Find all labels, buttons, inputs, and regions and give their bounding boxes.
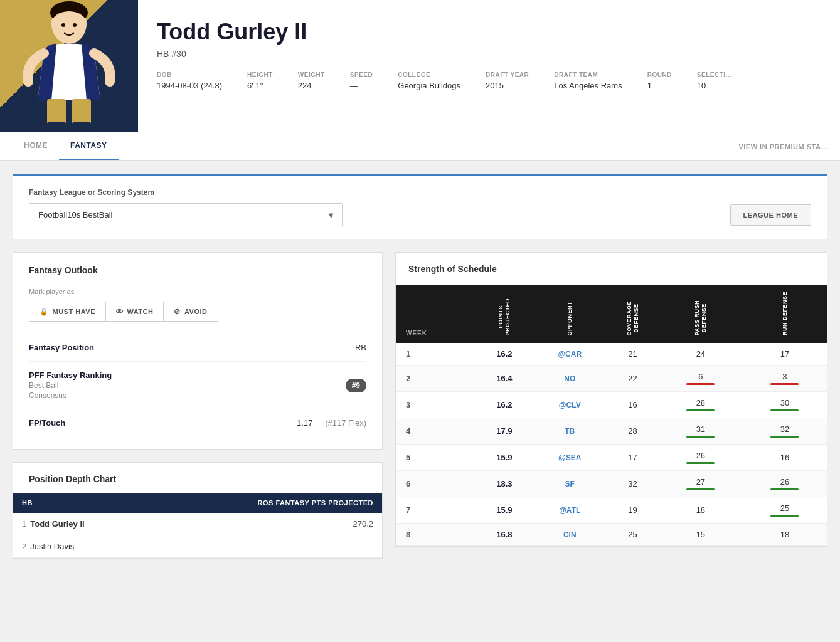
sos-run-defense: 16 [743, 445, 827, 471]
watch-button[interactable]: WATCH [105, 302, 164, 322]
meta-weight: WEIGHT 224 [298, 71, 325, 90]
must-have-button[interactable]: MUST HAVE [29, 302, 105, 322]
sos-run-defense: 17 [743, 343, 827, 366]
sos-run-defense: 30 [743, 392, 827, 418]
meta-dob: DOB 1994-08-03 (24.8) [157, 71, 222, 90]
svg-point-8 [73, 23, 77, 27]
nav-premium[interactable]: VIEW IN PREMIUM STA... [738, 143, 827, 150]
sos-col-opponent: OPPONENT [533, 285, 607, 343]
sos-opp: @CLV [533, 392, 607, 418]
sos-run-defense: 3 [743, 366, 827, 392]
block-icon [174, 307, 181, 316]
fantasy-position-label: Fantasy Position [29, 343, 94, 352]
sos-row: 515.9@SEA172616 [396, 445, 827, 471]
sos-row: 417.9TB283132 [396, 418, 827, 445]
sos-row: 715.9@ATL191825 [396, 497, 827, 524]
sos-week: 6 [396, 471, 476, 497]
fantasy-position-row: Fantasy Position RB [29, 334, 366, 362]
sos-pass-rush: 24 [659, 343, 743, 366]
sos-pts: 16.8 [476, 524, 533, 546]
depth-name: Justin Davis [30, 542, 74, 551]
sos-coverage: 21 [607, 343, 659, 366]
sos-opp: TB [533, 418, 607, 445]
league-select-wrapper: Football10s BestBall Standard PPR Half P… [29, 203, 343, 226]
league-select[interactable]: Football10s BestBall Standard PPR Half P… [29, 203, 343, 226]
mark-buttons: MUST HAVE WATCH AVOID [29, 302, 366, 322]
nav-tabs: HOME FANTASY [13, 132, 119, 160]
depth-row: 2Justin Davis [13, 535, 382, 558]
sos-pass-rush: 28 [659, 392, 743, 418]
green-bar [770, 436, 799, 438]
tab-fantasy[interactable]: FANTASY [59, 132, 119, 160]
sos-col-points: POINTSPROJECTED [476, 285, 533, 343]
selection-value: 10 [697, 81, 706, 90]
selection-label: SELECTI... [697, 71, 732, 78]
sos-week: 4 [396, 418, 476, 445]
sos-pass-rush: 27 [659, 471, 743, 497]
speed-label: SPEED [350, 71, 373, 78]
depth-col-position: HB [13, 493, 152, 513]
meta-round: ROUND 1 [647, 71, 672, 90]
sos-coverage: 17 [607, 445, 659, 471]
lock-icon [40, 308, 49, 316]
depth-table: HB ROS FANTASY PTS PROJECTED 1Todd Gurle… [13, 493, 382, 558]
sos-row: 618.3SF322726 [396, 471, 827, 497]
fp-touch-row: FP/Touch 1.17 (#117 Flex) [29, 409, 366, 436]
rank-with-bar: 6 [664, 372, 738, 385]
depth-chart-title: Position Depth Chart [29, 474, 366, 484]
depth-chart-card: Position Depth Chart HB ROS FANTASY PTS … [13, 462, 383, 559]
sos-col-pass-rush: PASS RUSHDEFENSE [659, 285, 743, 343]
main-content: Fantasy League or Scoring System Footbal… [0, 161, 840, 584]
sos-pts: 15.9 [476, 497, 533, 524]
sos-pass-rush: 31 [659, 418, 743, 445]
league-home-button[interactable]: LEAGUE HOME [730, 204, 811, 226]
green-bar [686, 488, 715, 490]
fantasy-position-value: RB [355, 343, 366, 352]
sos-pass-rush: 6 [659, 366, 743, 392]
mark-player-label: Mark player as [29, 288, 366, 295]
height-label: HEIGHT [247, 71, 273, 78]
green-bar [770, 515, 799, 517]
draft-year-label: DRAFT YEAR [486, 71, 529, 78]
green-bar [770, 409, 799, 411]
sos-opp: CIN [533, 524, 607, 546]
green-bar [686, 409, 715, 411]
green-bar [770, 488, 799, 490]
depth-col-pts: ROS FANTASY PTS PROJECTED [152, 493, 382, 513]
fp-touch-label: FP/Touch [29, 418, 65, 428]
sos-run-defense: 18 [743, 524, 827, 546]
sos-row: 116.2@CAR212417 [396, 343, 827, 366]
fantasy-outlook-card: Fantasy Outlook Mark player as MUST HAVE… [13, 252, 383, 450]
tab-home[interactable]: HOME [13, 132, 59, 160]
draft-year-value: 2015 [486, 81, 504, 90]
left-column: Fantasy Outlook Mark player as MUST HAVE… [13, 252, 383, 571]
eye-icon [116, 308, 124, 315]
sos-coverage: 22 [607, 366, 659, 392]
depth-name: Todd Gurley II [30, 519, 84, 529]
sos-coverage: 19 [607, 497, 659, 524]
depth-player-name: 2Justin Davis [13, 535, 152, 558]
sos-coverage: 25 [607, 524, 659, 546]
consensus-label: Consensus [29, 391, 112, 400]
green-bar [686, 436, 715, 438]
rank-with-bar: 26 [664, 451, 738, 464]
fp-touch-rank: (#117 Flex) [325, 418, 366, 428]
svg-rect-6 [72, 122, 91, 132]
sos-opp: @CAR [533, 343, 607, 366]
must-have-label: MUST HAVE [53, 308, 95, 315]
sos-pass-rush: 18 [659, 497, 743, 524]
svg-point-2 [51, 11, 87, 36]
meta-speed: SPEED — [350, 71, 373, 90]
pff-ranking-label: PFF Fantasy Ranking [29, 371, 112, 380]
sos-row: 316.2@CLV162830 [396, 392, 827, 418]
rank-with-bar: 26 [748, 477, 822, 490]
green-bar [686, 462, 715, 464]
best-ball-label: Best Ball [29, 381, 112, 390]
avoid-button[interactable]: AVOID [163, 302, 218, 322]
weight-label: WEIGHT [298, 71, 325, 78]
height-value: 6' 1" [247, 81, 263, 90]
meta-height: HEIGHT 6' 1" [247, 71, 273, 90]
sos-run-defense: 32 [743, 418, 827, 445]
meta-college: COLLEGE Georgia Bulldogs [398, 71, 460, 90]
fp-touch-value: 1.17 [297, 418, 312, 428]
